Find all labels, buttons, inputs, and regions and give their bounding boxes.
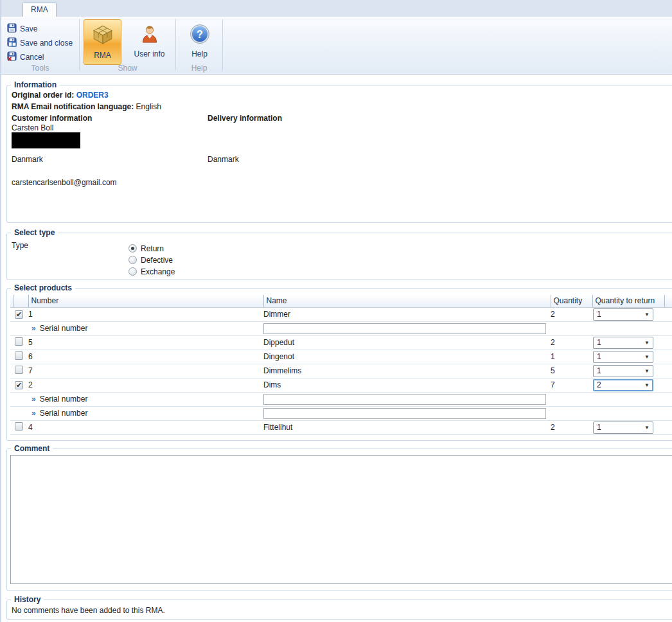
serial-number-label: Serial number <box>40 409 88 418</box>
save-and-close-icon <box>7 37 17 49</box>
product-quantity: 2 <box>551 420 592 434</box>
product-quantity: 5 <box>551 364 592 378</box>
ribbon-group-help: ? Help Help <box>176 17 222 74</box>
type-option-return[interactable]: Return <box>128 244 164 253</box>
type-option-exchange[interactable]: Exchange <box>128 267 175 276</box>
products-header-row: Number Name Quantity Quantity to return <box>10 295 672 307</box>
product-quantity: 7 <box>551 378 592 392</box>
header-number: Number <box>28 295 263 307</box>
user-icon <box>139 24 160 46</box>
customer-email: carstencarlsenboll@gmail.com <box>12 178 117 187</box>
row-filler <box>664 420 672 434</box>
product-number: 1 <box>28 307 263 321</box>
product-quantity: 1 <box>551 350 592 364</box>
user-info-button-label: User info <box>134 49 164 58</box>
product-row: ✔2Dims72▼ <box>10 378 672 392</box>
selected-quantity-value: 1 <box>597 310 601 319</box>
product-row: ✔1Dimmer21▼ <box>10 307 672 321</box>
header-quantity-to-return: Quantity to return <box>592 295 664 307</box>
quantity-to-return-select[interactable]: 1▼ <box>593 308 653 321</box>
type-option-label: Return <box>141 244 164 253</box>
product-checkbox[interactable] <box>15 422 23 431</box>
customer-name: Carsten Boll <box>12 123 53 132</box>
header-filler <box>664 295 672 307</box>
product-number: 2 <box>28 378 263 392</box>
delivery-information-title: Delivery information <box>208 114 282 123</box>
quantity-to-return-select[interactable]: 1▼ <box>593 337 653 349</box>
header-name: Name <box>263 295 551 307</box>
save-label: Save <box>20 24 37 33</box>
products-table: Number Name Quantity Quantity to return … <box>10 295 672 435</box>
product-row: 6Dingenot11▼ <box>10 350 672 364</box>
cancel-label: Cancel <box>20 53 44 62</box>
redacted-address <box>12 132 80 148</box>
information-section: Information Original order id: ORDER3 RM… <box>6 80 672 223</box>
product-row: 4Fittelihut21▼ <box>10 420 672 434</box>
selected-quantity-value: 1 <box>597 352 601 361</box>
radio-icon[interactable] <box>128 256 137 264</box>
type-label: Type <box>12 241 28 250</box>
product-checkbox[interactable]: ✔ <box>15 381 23 389</box>
serial-number-input[interactable] <box>263 323 546 334</box>
product-name: Dimmelims <box>263 364 551 378</box>
serial-number-input[interactable] <box>263 394 546 405</box>
help-button-label: Help <box>191 49 208 58</box>
product-row: 7Dimmelims51▼ <box>10 364 672 378</box>
serial-number-row: »Serial number <box>10 406 672 420</box>
row-filler <box>664 364 672 378</box>
radio-icon[interactable] <box>128 267 137 276</box>
cancel-icon <box>7 51 17 63</box>
selected-quantity-value: 1 <box>597 366 601 375</box>
information-legend: Information <box>11 80 60 89</box>
save-button[interactable]: Save <box>7 22 79 36</box>
comment-legend: Comment <box>11 444 53 453</box>
header-checkbox-column <box>13 295 28 307</box>
select-products-legend: Select products <box>11 283 75 292</box>
quantity-to-return-select[interactable]: 2▼ <box>593 379 653 391</box>
dropdown-arrow-icon: ▼ <box>644 340 650 346</box>
quantity-to-return-select[interactable]: 1▼ <box>593 365 653 377</box>
comment-section: Comment <box>6 444 672 591</box>
product-name: Dims <box>263 378 551 392</box>
product-quantity: 2 <box>551 335 592 350</box>
product-name: Dimmer <box>263 307 551 321</box>
product-checkbox[interactable] <box>15 366 23 374</box>
dropdown-arrow-icon: ▼ <box>644 382 650 388</box>
product-quantity: 2 <box>551 307 592 321</box>
rma-button[interactable]: RMA <box>84 19 121 65</box>
ribbon: Save Save and close Cancel Tools RMA Use… <box>1 17 672 75</box>
quantity-to-return-select[interactable]: 1▼ <box>593 422 653 434</box>
customer-country: Danmark <box>12 155 43 164</box>
product-checkbox[interactable]: ✔ <box>15 310 23 319</box>
row-filler <box>664 335 672 350</box>
product-number: 5 <box>28 335 263 350</box>
user-info-button[interactable]: User info <box>130 19 168 65</box>
quantity-to-return-select[interactable]: 1▼ <box>593 351 653 363</box>
product-name: Dippedut <box>263 335 551 350</box>
help-button[interactable]: ? Help <box>181 19 218 65</box>
svg-text:?: ? <box>197 29 203 40</box>
save-and-close-button[interactable]: Save and close <box>7 36 79 50</box>
help-icon: ? <box>190 24 210 46</box>
radio-icon[interactable] <box>128 244 137 253</box>
select-type-legend: Select type <box>11 228 58 237</box>
product-checkbox[interactable] <box>15 337 23 346</box>
serial-number-input[interactable] <box>263 408 546 419</box>
comment-textarea[interactable] <box>10 455 672 584</box>
serial-number-row: »Serial number <box>10 392 672 406</box>
email-language-label: RMA Email notification language: <box>12 102 134 111</box>
product-name: Dingenot <box>263 350 551 364</box>
product-checkbox[interactable] <box>15 351 23 360</box>
type-option-label: Exchange <box>141 267 175 276</box>
selected-quantity-value: 1 <box>597 423 601 432</box>
original-order-id-link[interactable]: ORDER3 <box>76 91 109 100</box>
expand-chevron-icon: » <box>31 395 36 404</box>
type-option-defective[interactable]: Defective <box>128 255 173 265</box>
ribbon-tabstrip: RMA <box>1 0 672 17</box>
dropdown-arrow-icon: ▼ <box>644 354 650 360</box>
row-filler <box>664 378 672 392</box>
customer-information-title: Customer information <box>12 114 92 123</box>
tab-rma[interactable]: RMA <box>22 3 57 17</box>
cancel-button[interactable]: Cancel <box>7 50 79 64</box>
expand-chevron-icon: » <box>31 409 36 418</box>
